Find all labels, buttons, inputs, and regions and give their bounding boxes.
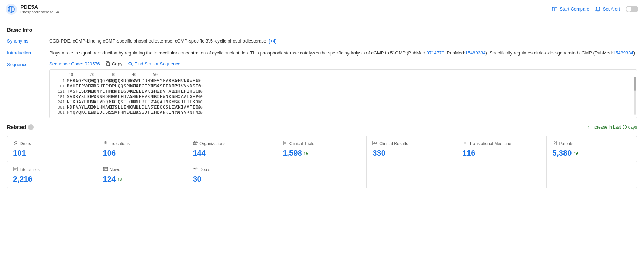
svg-rect-32	[14, 167, 17, 171]
seq-chars: NIKDAYEDPR FNAEVDQITG YKTQSILCMP IKNHREE…	[67, 99, 193, 104]
svg-point-8	[129, 62, 132, 65]
seq-group: TVSFLSDSEK	[67, 89, 88, 94]
stat-cell[interactable]: Drugs101	[7, 136, 97, 162]
sequence-scrollbar-thumb	[634, 77, 636, 91]
find-similar-button[interactable]: Find Similar Sequence	[128, 61, 180, 66]
alert-icon	[595, 6, 601, 12]
seq-num-left: 241	[51, 100, 67, 104]
seq-num-left: 361	[51, 110, 67, 115]
up-arrow: ↑	[573, 151, 575, 156]
pubmed2-link[interactable]: 15489334	[465, 50, 486, 56]
stat-label: News	[103, 167, 181, 172]
seq-group: NIKDAYEDPR	[67, 99, 88, 104]
sequence-viewer[interactable]: 10 20 30 40 50 1MERAGPSFGQ QRQQQQPQQQ KQ…	[49, 69, 637, 118]
svg-marker-15	[193, 141, 197, 142]
seq-group: YKTQSILCMP	[109, 99, 130, 104]
stat-label-text: Deals	[199, 167, 210, 172]
stat-cell-empty	[277, 162, 367, 188]
seq-line: 1MERAGPSFGQ QRQQQQPQQQ KQQQRDQDSV EAWLDD…	[51, 78, 635, 83]
seq-num-right: 240	[193, 95, 208, 99]
stat-cell[interactable]: Patents5,380↑9	[547, 136, 637, 162]
seq-num-right: 300	[193, 100, 208, 104]
seq-group: GIRGHTESCS	[88, 84, 109, 89]
arrow-up-icon: ↑	[588, 125, 590, 130]
svg-line-11	[14, 142, 17, 144]
stat-cell-row2[interactable]: News124↑3	[97, 162, 187, 188]
stat-cell[interactable]: Indications106	[97, 136, 187, 162]
sequence-lines: 1MERAGPSFGQ QRQQQQPQQQ KQQQRDQDSV EAWLDD…	[51, 78, 635, 115]
stats-grid-row1: Drugs101Indications106Organizations144Cl…	[7, 136, 637, 162]
result-icon	[372, 141, 377, 146]
stat-number: 116	[463, 149, 476, 158]
seq-group: KIFLHIHGLI	[172, 89, 193, 94]
sequence-label: Sequence	[7, 61, 49, 67]
svg-point-42	[196, 168, 197, 168]
seq-group: REMVNAWFAE	[172, 78, 193, 83]
seq-num-right: 420	[193, 110, 208, 115]
sequence-scrollbar[interactable]	[634, 77, 636, 115]
alert-toggle[interactable]	[626, 6, 638, 12]
stat-value: 124↑3	[103, 175, 181, 184]
intro-end2: ).	[633, 50, 636, 56]
compare-icon	[552, 6, 557, 12]
stat-cell[interactable]: Translational Medicine116	[457, 136, 547, 162]
increase-label: Increase in Last 30 days	[591, 125, 637, 130]
stat-cell-row2[interactable]: Deals30	[187, 162, 277, 188]
sequence-code: Sequence Code: 920576	[49, 61, 100, 66]
synonyms-more-link[interactable]: [+4]	[269, 38, 276, 44]
pubmed3-link[interactable]: 15489334	[613, 50, 633, 56]
stat-value: 101	[13, 149, 91, 158]
pubmed1-link[interactable]: 9714779	[427, 50, 445, 56]
ruler-10: 10	[69, 72, 90, 77]
seq-chars: FMQVQKCTIF IVDEDCSDSF SSVFHMECEE LEKSSDT…	[67, 110, 193, 115]
start-compare-label: Start Compare	[560, 6, 589, 12]
patent-icon	[552, 141, 557, 146]
seq-num-right: 120	[193, 84, 208, 89]
news-icon	[103, 167, 108, 172]
header: PDE5A Phosphodiesterase 5A Start Compare…	[0, 0, 644, 18]
introduction-value: Plays a role in signal transduction by r…	[49, 50, 637, 57]
stat-value: 144	[193, 149, 271, 158]
stat-cell[interactable]: Organizations144	[187, 136, 277, 162]
seq-num-left: 301	[51, 105, 67, 110]
header-actions: Start Compare Set Alert	[552, 6, 638, 12]
stat-label: Deals	[193, 167, 271, 172]
stat-label-text: Literatures	[20, 167, 40, 172]
seq-chars: SADRYSLFLV CEDSSNDKFL ISRLFDVAEG STLEEVS…	[67, 94, 193, 99]
seq-group: MERAGPSFGQ	[67, 78, 88, 83]
seq-num-left: 61	[51, 84, 67, 89]
stat-cell[interactable]: Clinical Results330	[367, 136, 457, 162]
find-similar-icon	[128, 61, 133, 66]
intro-mid: , PubMed:	[444, 50, 465, 56]
svg-rect-14	[195, 144, 196, 145]
stat-cell-empty	[457, 162, 547, 188]
seq-group: ISRLFDVAEG	[109, 94, 130, 99]
svg-rect-5	[555, 7, 557, 11]
seq-group: SSVFHMECEE	[109, 110, 130, 115]
stat-number: 5,380	[552, 149, 572, 158]
stat-label: Clinical Results	[372, 141, 451, 146]
stat-cell-row2[interactable]: Literatures2,216	[7, 162, 97, 188]
seq-num-left: 181	[51, 95, 67, 99]
seq-group: NGGTFTEKDE	[172, 99, 193, 104]
introduction-label: Introduction	[7, 50, 49, 56]
header-title-block: PDE5A Phosphodiesterase 5A	[20, 4, 59, 14]
translational-icon	[463, 141, 467, 146]
copy-icon	[106, 61, 110, 66]
start-compare-button[interactable]: Start Compare	[552, 6, 589, 12]
seq-group: CEDSSNDKFL	[88, 94, 109, 99]
stat-number: 106	[103, 149, 116, 158]
seq-group: NSAPGTPTRK	[130, 84, 151, 89]
stat-label: Translational Medicine	[463, 141, 541, 146]
sequence-row: Sequence Sequence Code: 920576 Copy F	[7, 61, 637, 118]
sequence-header: Sequence Code: 920576 Copy Find Similar …	[49, 61, 637, 66]
related-info-icon[interactable]: i	[28, 124, 34, 130]
stat-cell[interactable]: Clinical Trials1,598↑6	[277, 136, 367, 162]
copy-button[interactable]: Copy	[106, 61, 122, 66]
ruler-50: 50	[153, 72, 174, 77]
seq-group: YAQYVKNTME	[172, 110, 193, 115]
set-alert-button[interactable]: Set Alert	[595, 6, 620, 12]
seq-group: KDFAAYLAFC	[67, 105, 88, 110]
basic-info-title: Basic Info	[7, 27, 637, 33]
svg-point-31	[555, 144, 555, 144]
